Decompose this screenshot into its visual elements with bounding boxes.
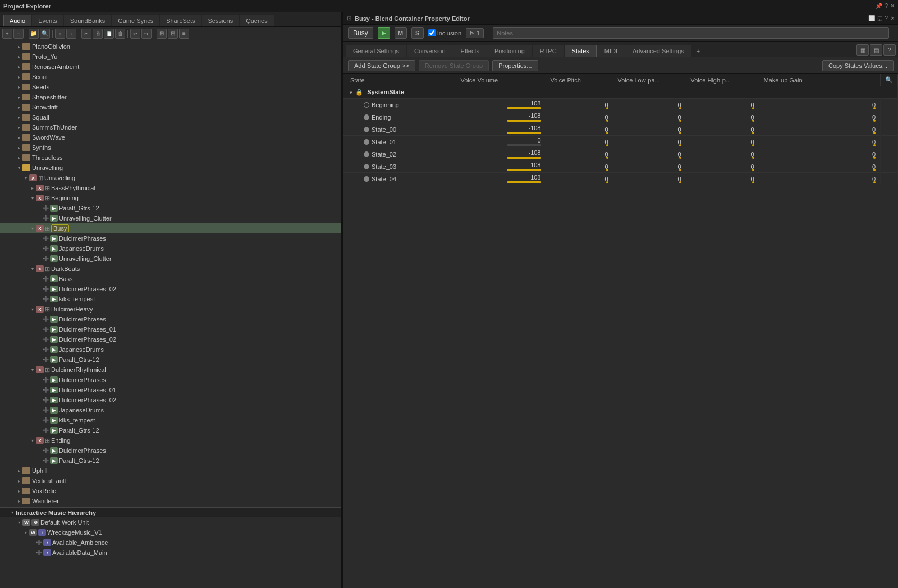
tree-item-pianooblivion[interactable]: PianoOblivion (0, 42, 341, 52)
tree-item-dulcimerheavy[interactable]: X ⊞ DulcimerHeavy (0, 304, 341, 314)
toolbar-btn-redo[interactable]: ↪ (141, 29, 152, 39)
tree-item-beginning[interactable]: X ⊞ Beginning (0, 193, 341, 203)
tree-arrow[interactable] (16, 144, 22, 151)
properties-button[interactable]: Properties... (492, 60, 538, 71)
tree-item-wanderer[interactable]: Wanderer (0, 496, 341, 506)
voice-lowpass-cell[interactable]: 0 (613, 123, 686, 136)
voice-volume-cell[interactable]: -108 (456, 173, 546, 185)
tab-advanced-settings[interactable]: Advanced Settings (625, 45, 691, 57)
toolbar-btn-collapse[interactable]: ⊟ (168, 29, 178, 39)
tab-conversion[interactable]: Conversion (407, 45, 453, 57)
tree-item-voxrelic[interactable]: VoxRelic (0, 486, 341, 496)
tree-item-protoyu[interactable]: Proto_Yu (0, 52, 341, 62)
tree-arrow[interactable] (16, 477, 22, 484)
tree-item-default-work-unit[interactable]: W ⚙ Default Work Unit (0, 517, 341, 527)
tree-arrow[interactable] (29, 265, 36, 272)
table-row-state01[interactable]: State_01 0 0 0 0 0 (343, 136, 898, 148)
tree-item-paralt-gtrs-12b[interactable]: ➕ ▶ Paralt_Gtrs-12 (0, 355, 341, 365)
tree-arrow[interactable] (16, 84, 22, 90)
voice-lowpass-cell[interactable]: 0 (613, 160, 686, 173)
voice-lowpass-cell[interactable]: 0 (613, 173, 686, 185)
tab-audio[interactable]: Audio (3, 15, 31, 26)
tree-item-japanese-drums-3[interactable]: ➕ ▶ JapaneseDrums (0, 405, 341, 415)
tree-item-interactive-music-section[interactable]: Interactive Music Hierarchy (0, 507, 341, 517)
toolbar-btn-list[interactable]: ≡ (179, 29, 189, 39)
tab-events[interactable]: Events (32, 15, 63, 26)
tree-arrow[interactable] (16, 74, 22, 80)
voice-volume-cell[interactable]: -108 (456, 123, 546, 136)
tree-arrow[interactable] (9, 509, 16, 516)
tree-item-paralt-gtrs-12d[interactable]: ➕ ▶ Paralt_Gtrs-12 (0, 456, 341, 466)
makeup-gain-cell[interactable]: 0 (759, 111, 881, 123)
tree-item-unravelling-blend[interactable]: X ⊞ Unravelling (0, 173, 341, 183)
voice-volume-cell[interactable]: -108 (456, 160, 546, 173)
tree-item-dulcimer-phrases-2[interactable]: ➕ ▶ DulcimerPhrases (0, 314, 341, 324)
voice-volume-cell[interactable]: -108 (456, 111, 546, 123)
table-row-state04[interactable]: State_04 -108 0 0 0 0 (343, 173, 898, 185)
tree-item-bassrhythmical[interactable]: X ⊞ BassRhythmical (0, 183, 341, 193)
tree-arrow[interactable] (16, 498, 22, 504)
tree-arrow[interactable] (29, 195, 36, 201)
voice-pitch-cell[interactable]: 0 (546, 111, 613, 123)
help-icon-right[interactable]: ? (885, 15, 888, 21)
tree-arrow[interactable] (16, 43, 22, 50)
voice-volume-cell[interactable]: -108 (456, 148, 546, 160)
tree-arrow[interactable] (16, 467, 22, 474)
pin-icon[interactable]: 📌 (876, 3, 882, 9)
group-expand-arrow[interactable]: ▾ (348, 90, 354, 96)
table-row-state00[interactable]: State_00 -108 0 0 0 0 (343, 123, 898, 136)
tree-item-synths[interactable]: Synths (0, 143, 341, 153)
tree-arrow[interactable] (16, 63, 22, 70)
tree-item-available-data-main[interactable]: ➕ ♪ AvailableData_Main (0, 548, 341, 558)
add-state-group-button[interactable]: Add State Group >> (348, 60, 415, 71)
close-icon[interactable]: ✕ (890, 3, 895, 9)
voice-highpass-cell[interactable]: 0 (686, 123, 759, 136)
voice-pitch-cell[interactable]: 0 (546, 99, 613, 111)
tree-item-available-amblence[interactable]: ➕ ♪ Available_Amblence (0, 538, 341, 548)
tree-arrow[interactable] (16, 94, 22, 100)
window-btn-1[interactable]: ◱ (877, 15, 882, 21)
toolbar-btn-cut[interactable]: ✂ (81, 29, 91, 39)
tree-item-dulcimerrhythmical[interactable]: X ⊞ DulcimerRhythmical (0, 365, 341, 375)
tree-item-shapeshifter[interactable]: Shapeshifter (0, 92, 341, 102)
inclusion-checkbox[interactable] (428, 29, 436, 36)
tree-arrow[interactable] (16, 154, 22, 161)
tree-item-threadless[interactable]: Threadless (0, 153, 341, 163)
maximize-icon[interactable]: ⬜ (868, 15, 875, 21)
tree-item-unravelling[interactable]: Unravelling (0, 163, 341, 173)
voice-highpass-cell[interactable]: 0 (686, 148, 759, 160)
view-list-btn[interactable]: ▤ (870, 44, 882, 56)
tree-arrow[interactable] (29, 225, 36, 232)
voice-highpass-cell[interactable]: 0 (686, 99, 759, 111)
toolbar-btn-copy[interactable]: ⎘ (93, 29, 103, 39)
tab-soundbanks[interactable]: SoundBanks (64, 15, 111, 26)
tree-item-dulcimer-phrases-02c[interactable]: ➕ ▶ DulcimerPhrases_02 (0, 395, 341, 405)
tree-arrow[interactable] (29, 185, 36, 191)
tree-arrow[interactable] (22, 174, 29, 181)
voice-pitch-cell[interactable]: 0 (546, 136, 613, 148)
tree-arrow[interactable] (29, 437, 36, 444)
tree-item-japanese-drums-1[interactable]: ➕ ▶ JapaneseDrums (0, 244, 341, 254)
tree-item-dulcimer-phrases-1[interactable]: ➕ ▶ DulcimerPhrases (0, 233, 341, 244)
tab-sharesets[interactable]: ShareSets (160, 15, 201, 26)
view-help-btn[interactable]: ? (883, 44, 896, 56)
tab-rtpc[interactable]: RTPC (533, 45, 564, 57)
tree-arrow[interactable] (16, 519, 22, 526)
send-button[interactable]: ⊳ 1 (466, 28, 484, 38)
tab-effects[interactable]: Effects (453, 45, 487, 57)
tab-positioning[interactable]: Positioning (487, 45, 532, 57)
mute-button[interactable]: M (395, 27, 407, 39)
tree-item-dulcimer-phrases-4[interactable]: ➕ ▶ DulcimerPhrases (0, 445, 341, 456)
toolbar-btn-expand[interactable]: ⊞ (157, 29, 167, 39)
tree-item-unravelling-clutter-2[interactable]: ➕ ▶ Unravelling_Clutter (0, 254, 341, 264)
tree-item-uphill[interactable]: Uphill (0, 466, 341, 476)
table-row-ending[interactable]: Ending -108 0 0 0 0 (343, 111, 898, 123)
tab-sessions[interactable]: Sessions (202, 15, 240, 26)
voice-volume-cell[interactable]: 0 (456, 136, 546, 148)
view-grid-btn[interactable]: ▦ (856, 44, 869, 56)
makeup-gain-cell[interactable]: 0 (759, 173, 881, 185)
tree-arrow[interactable] (16, 114, 22, 121)
voice-lowpass-cell[interactable]: 0 (613, 136, 686, 148)
tree-item-dulcimer-phrases-3[interactable]: ➕ ▶ DulcimerPhrases (0, 375, 341, 385)
remove-state-group-button[interactable]: Remove State Group (419, 60, 489, 71)
